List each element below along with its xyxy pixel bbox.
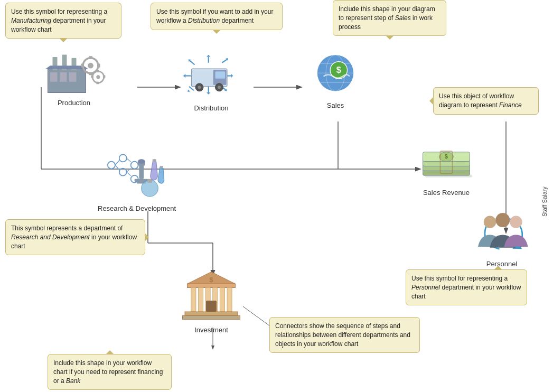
tooltip-bank: Include this shape in your workflow char…: [48, 354, 172, 390]
svg-rect-95: [220, 288, 224, 312]
svg-rect-28: [96, 70, 99, 72]
svg-line-79: [127, 172, 131, 176]
svg-point-52: [198, 86, 201, 89]
node-investment: $ Investment: [182, 269, 240, 334]
sales-label: Sales: [306, 101, 364, 109]
production-label: Production: [42, 99, 106, 107]
personnel-label: Personnel: [473, 260, 531, 268]
svg-rect-90: [188, 284, 236, 287]
staff-salary-label: Staff Salary: [541, 153, 550, 217]
svg-point-54: [218, 86, 221, 89]
node-distribution: Distribution: [180, 53, 243, 112]
svg-rect-85: [153, 159, 156, 161]
svg-point-71: [119, 154, 127, 162]
tooltip-personnel: Use this symbol for representing a Perso…: [406, 269, 527, 305]
node-production: Production: [42, 48, 106, 107]
svg-rect-25: [97, 64, 100, 68]
distribution-label: Distribution: [180, 104, 243, 112]
svg-rect-30: [91, 75, 93, 78]
svg-rect-69: [425, 174, 472, 177]
svg-point-27: [96, 75, 100, 79]
svg-rect-86: [160, 166, 163, 168]
svg-marker-32: [207, 55, 211, 57]
svg-rect-23: [89, 72, 92, 75]
svg-point-82: [138, 159, 145, 164]
svg-rect-96: [227, 288, 232, 312]
tooltip-sales: Include this shape in your diagram to re…: [333, 0, 446, 36]
svg-line-45: [190, 61, 195, 65]
svg-rect-15: [69, 72, 77, 82]
svg-point-21: [88, 63, 93, 69]
node-personnel: Personnel: [473, 209, 531, 268]
tooltip-manufacturing: Use this symbol for representing a Manuf…: [5, 3, 121, 39]
svg-text:$: $: [336, 65, 341, 74]
svg-point-102: [495, 213, 510, 227]
rd-label: Research & Development: [98, 204, 176, 212]
svg-rect-99: [182, 315, 240, 319]
svg-rect-92: [198, 288, 203, 312]
svg-marker-42: [186, 89, 190, 93]
tooltip-connectors: Connectors show the sequence of steps an…: [269, 317, 420, 353]
svg-text:$: $: [445, 153, 448, 160]
node-sales-revenue: $ Sales Revenue: [417, 143, 475, 197]
svg-text:$: $: [209, 276, 213, 284]
tooltip-rd: This symbol represents a department of R…: [5, 219, 145, 255]
svg-rect-13: [50, 72, 58, 82]
svg-line-78: [127, 169, 131, 172]
svg-rect-91: [191, 288, 196, 312]
svg-line-41: [222, 60, 227, 63]
sales-revenue-label: Sales Revenue: [417, 189, 475, 197]
svg-rect-14: [60, 72, 67, 82]
investment-label: Investment: [182, 326, 240, 334]
svg-rect-29: [96, 82, 99, 85]
svg-point-103: [510, 216, 522, 228]
svg-point-73: [131, 162, 138, 169]
svg-rect-50: [215, 71, 226, 79]
node-rd: Research & Development: [98, 148, 176, 212]
svg-rect-98: [185, 312, 238, 315]
svg-rect-22: [89, 56, 92, 59]
svg-point-70: [108, 162, 115, 169]
svg-line-75: [115, 161, 119, 165]
svg-marker-38: [231, 74, 233, 78]
tooltip-distribution: Use this symbol if you want to add in yo…: [151, 3, 283, 30]
svg-rect-88: [147, 179, 152, 183]
svg-line-11: [243, 306, 272, 328]
svg-line-43: [189, 87, 194, 91]
svg-point-72: [119, 169, 127, 176]
node-sales: $ Sales: [306, 50, 364, 109]
svg-point-101: [484, 216, 496, 228]
svg-rect-31: [103, 75, 106, 78]
svg-marker-34: [207, 92, 211, 95]
tooltip-finance: Use this object of workflow diagram to r…: [433, 87, 539, 115]
svg-rect-24: [81, 64, 84, 68]
svg-line-76: [115, 165, 119, 170]
svg-rect-100: [206, 301, 217, 312]
svg-line-77: [127, 158, 131, 162]
